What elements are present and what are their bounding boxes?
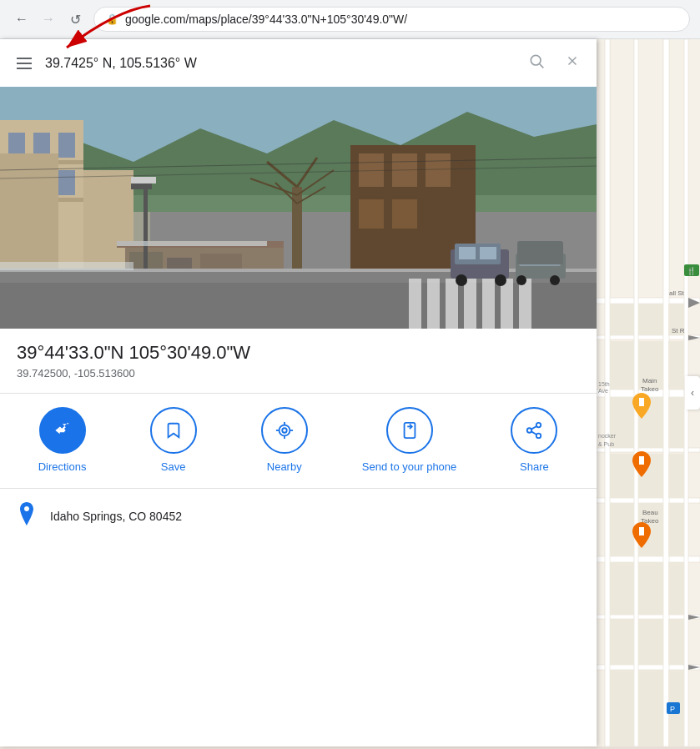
svg-point-70 — [279, 425, 290, 436]
send-to-phone-icon — [386, 407, 433, 454]
directions-button[interactable]: Directions — [29, 407, 96, 475]
search-query: 39.7425° N, 105.5136° W — [45, 56, 515, 71]
lock-icon: 🔒 — [106, 13, 118, 25]
svg-rect-27 — [359, 199, 384, 229]
svg-text:all St: all St — [669, 289, 685, 297]
svg-rect-100 — [668, 341, 684, 390]
svg-rect-48 — [427, 279, 440, 329]
svg-line-1 — [540, 64, 544, 68]
svg-rect-52 — [501, 279, 513, 329]
share-label: Share — [520, 460, 549, 475]
share-icon — [511, 407, 557, 454]
svg-text:St R: St R — [672, 327, 685, 334]
svg-rect-117 — [638, 670, 663, 746]
svg-rect-111 — [638, 562, 663, 615]
svg-rect-93 — [663, 39, 669, 746]
svg-rect-101 — [610, 397, 634, 448]
clear-button[interactable] — [562, 50, 583, 76]
svg-point-0 — [531, 55, 541, 65]
address-text: google.com/maps/place/39°44'33.0"N+105°3… — [125, 13, 677, 26]
directions-icon — [39, 407, 86, 454]
send-to-phone-button[interactable]: Send to your phone — [362, 407, 456, 475]
svg-text:Ave: Ave — [598, 388, 608, 394]
svg-rect-95 — [610, 304, 634, 335]
svg-text:🍴: 🍴 — [687, 266, 697, 276]
reload-button[interactable]: ↺ — [63, 8, 87, 31]
svg-point-77 — [536, 423, 541, 427]
svg-rect-42 — [131, 183, 152, 189]
svg-rect-107 — [610, 503, 634, 556]
svg-rect-53 — [519, 279, 531, 329]
svg-text:& Pub: & Pub — [598, 441, 614, 447]
menu-icon[interactable] — [13, 54, 35, 73]
nearby-label: Nearby — [267, 460, 302, 475]
svg-point-69 — [282, 428, 287, 433]
svg-point-58 — [456, 274, 467, 286]
search-button[interactable] — [525, 49, 548, 77]
svg-rect-115 — [668, 619, 684, 665]
svg-rect-116 — [610, 670, 634, 746]
nearby-icon — [261, 407, 308, 454]
svg-rect-28 — [392, 199, 417, 229]
svg-point-79 — [536, 434, 541, 439]
svg-rect-110 — [610, 562, 634, 615]
svg-rect-43 — [131, 177, 156, 183]
svg-text:Takeo: Takeo — [641, 385, 659, 393]
main-layout: 39.7425° N, 105.5136° W — [0, 39, 700, 746]
svg-rect-47 — [409, 279, 421, 329]
svg-rect-66 — [0, 262, 133, 270]
svg-rect-56 — [459, 247, 476, 259]
svg-rect-51 — [482, 279, 495, 329]
svg-rect-106 — [668, 454, 684, 498]
share-button[interactable]: Share — [501, 407, 567, 475]
location-info: 39°44'33.0"N 105°30'49.0"W 39.742500, -1… — [0, 329, 597, 394]
svg-rect-104 — [610, 454, 634, 498]
svg-rect-64 — [517, 241, 563, 264]
coordinates-decimal: 39.742500, -105.513600 — [17, 367, 580, 380]
svg-rect-96 — [638, 304, 663, 335]
svg-rect-32 — [167, 258, 192, 270]
street-view-image — [0, 87, 597, 329]
address-bar[interactable]: 🔒 google.com/maps/place/39°44'33.0"N+105… — [93, 7, 690, 32]
forward-button[interactable]: → — [37, 8, 60, 31]
place-info: Idaho Springs, CO 80452 — [0, 489, 597, 544]
svg-rect-109 — [668, 503, 684, 556]
svg-line-80 — [531, 431, 536, 435]
svg-rect-16 — [58, 170, 75, 195]
svg-point-78 — [527, 428, 532, 433]
svg-text:Beau: Beau — [642, 509, 658, 516]
place-name: Idaho Springs, CO 80452 — [50, 510, 182, 523]
browser-chrome: ← → ↺ 🔒 google.com/maps/place/39°44'33.0… — [0, 0, 700, 39]
svg-point-62 — [516, 275, 526, 285]
svg-rect-113 — [610, 619, 634, 665]
save-button[interactable]: Save — [140, 407, 207, 475]
search-bar: 39.7425° N, 105.5136° W — [0, 39, 597, 87]
svg-rect-92 — [634, 39, 638, 746]
svg-rect-26 — [426, 153, 451, 187]
svg-text:nocker: nocker — [598, 433, 617, 439]
save-label: Save — [161, 460, 186, 475]
save-icon — [150, 407, 197, 454]
svg-rect-57 — [480, 247, 496, 259]
place-pin-icon — [17, 502, 37, 530]
browser-toolbar: ← → ↺ 🔒 google.com/maps/place/39°44'33.0… — [0, 0, 700, 38]
collapse-panel-button[interactable]: ‹ — [685, 376, 700, 410]
svg-rect-13 — [58, 133, 75, 158]
street-view-svg — [0, 87, 597, 329]
svg-rect-112 — [668, 562, 684, 615]
action-buttons: Directions Save — [0, 394, 597, 489]
nearby-button[interactable]: Nearby — [251, 407, 318, 475]
left-panel: 39.7425° N, 105.5136° W — [0, 39, 597, 746]
svg-text:Main: Main — [642, 377, 657, 385]
nav-buttons: ← → ↺ — [10, 8, 87, 31]
directions-label: Directions — [38, 460, 87, 475]
svg-rect-103 — [668, 397, 684, 448]
svg-rect-98 — [610, 341, 634, 390]
back-button[interactable]: ← — [10, 8, 33, 31]
svg-rect-49 — [446, 279, 458, 329]
svg-line-81 — [531, 426, 536, 430]
svg-text:15th: 15th — [598, 381, 610, 387]
send-to-phone-label: Send to your phone — [362, 460, 456, 475]
svg-text:P: P — [670, 705, 675, 713]
svg-rect-65 — [117, 241, 267, 246]
